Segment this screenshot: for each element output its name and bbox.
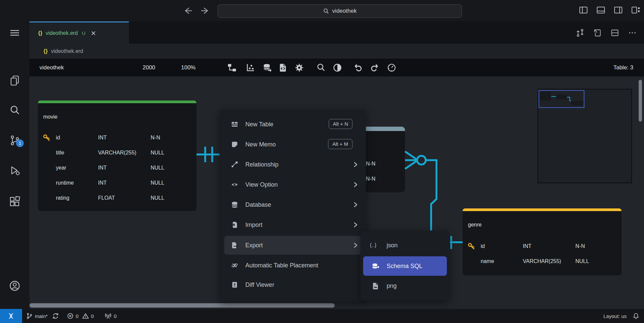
table-row[interactable]: title VARCHAR(255) NULL [38,145,196,160]
erd-toolbar: videothek 2000 100% [29,59,644,76]
tab-close-icon[interactable] [91,30,96,36]
minimap[interactable] [538,89,632,183]
table-accent-bar [463,208,622,211]
run-debug-icon[interactable] [9,165,21,177]
column-type: INT [523,239,532,254]
sync-changes[interactable] [52,313,59,319]
table-row[interactable]: id INT N-N [463,239,622,254]
account-icon[interactable] [9,280,21,292]
column-name: runtime [56,175,74,190]
table-row[interactable]: runtime INT NULL [38,175,196,190]
column-constraint: N-N [366,171,375,186]
open-changes-icon[interactable] [593,28,602,37]
toggle-primary-sidebar-icon[interactable] [578,5,588,15]
file-code-icon[interactable] [278,63,288,72]
erd-settings-gear-icon[interactable] [295,63,304,72]
menu-item-new-memo[interactable]: New Memo Alt + M [224,135,361,154]
column-name: year [56,160,66,175]
vscode-window: videothek 1 [0,0,644,323]
toggle-panel-icon[interactable] [596,5,606,15]
source-control-badge: 1 [16,139,24,147]
menu-item-automatic-table-placement[interactable]: Automatic Table Placement [224,256,361,275]
diagram-name[interactable]: videothek [39,59,64,76]
table-row[interactable]: name VARCHAR(255) NULL [463,254,622,269]
zoom-level-value[interactable]: 100% [181,59,195,76]
problems-errors[interactable]: 0 [67,313,78,319]
remote-indicator[interactable] [0,309,22,323]
menu-item-diff-viewer[interactable]: Diff Viewer [224,275,361,294]
compare-changes-icon[interactable] [576,28,584,37]
export-file-icon [231,242,238,249]
table-row[interactable]: id INT N-N [38,130,196,145]
database-visualization-icon[interactable] [263,63,272,72]
toggle-secondary-sidebar-icon[interactable] [613,5,623,15]
table-row[interactable]: rating FLOAT NULL [38,190,196,205]
column-constraint: NULL [151,175,164,190]
menu-item-relationship[interactable]: Relationship [224,155,361,174]
table-genre[interactable]: genre id INT N-N name VARCHAR(255) NULL [463,208,622,275]
canvas-size-value[interactable]: 2000 [143,59,155,76]
search-icon [323,8,329,14]
scatter-view-icon[interactable] [246,63,255,72]
menu-item-import[interactable]: Import [224,215,361,234]
column-type: INT [98,175,107,190]
redo-icon[interactable] [370,63,379,72]
column-constraint: NULL [151,145,164,160]
shortcut-badge: Alt + M [328,139,352,149]
table-row[interactable]: year INT NULL [38,160,196,175]
menu-item-database[interactable]: Database [224,195,361,214]
extensions-icon[interactable] [9,195,21,207]
layout-indicator[interactable]: Layout: us [603,313,627,319]
column-constraint: N-N [366,156,375,171]
schema-sql-database-icon [372,262,380,270]
table-title: genre [468,222,482,228]
table-accent-bar [38,101,196,103]
horizontal-scrollbar[interactable] [29,303,335,308]
back-arrow-icon[interactable] [183,5,194,16]
shortcut-badge: Alt + N [329,119,352,129]
explorer-icon[interactable] [9,74,21,86]
minimap-viewport[interactable] [539,90,584,108]
notifications-bell-icon[interactable] [633,313,639,319]
relationship-icon [231,161,238,168]
find-icon[interactable] [316,63,326,72]
column-type: FLOAT [98,190,115,205]
ports-forwarded[interactable]: 0 [104,313,116,319]
vertical-scrollbar[interactable] [639,80,642,122]
status-bar: main* 0 0 0 Layout: us [0,309,644,323]
atom-icon [231,262,238,269]
database-icon [231,201,238,208]
problems-warnings[interactable]: 0 [82,313,94,319]
submenu-chevron-icon [352,222,358,228]
json-file-icon: {} [44,48,48,54]
menu-item-export[interactable]: Export [224,236,361,255]
sync-icon [52,313,59,319]
menu-item-view-option[interactable]: View Option [224,175,361,194]
submenu-item-png[interactable]: png [363,276,447,296]
menu-hamburger-icon[interactable] [9,27,21,39]
more-actions-icon[interactable] [628,28,637,37]
erd-canvas[interactable]: N-N N-N movie id INT N-N title VARCHAR(2… [29,76,644,309]
breadcrumb-file[interactable]: videothek.erd [51,48,83,54]
relationship-draw-icon[interactable] [227,63,237,72]
table-movie[interactable]: movie id INT N-N title VARCHAR(255) NULL… [38,101,196,211]
history-timer-icon[interactable] [387,63,396,72]
split-editor-icon[interactable] [611,28,619,37]
submenu-item-schema-sql[interactable]: Schema SQL [363,256,447,276]
customize-layout-icon[interactable] [631,5,641,15]
context-menu: New Table Alt + N New Memo Alt + M Relat… [220,110,366,302]
column-name: name [481,254,494,269]
branch-status[interactable]: main* [26,313,48,319]
title-bar: videothek [0,0,644,21]
titlebar-layout-controls [578,5,641,15]
forward-arrow-icon[interactable] [199,5,210,16]
tab-videothek-erd[interactable]: {} videothek.erd U [29,21,129,44]
undo-icon[interactable] [353,63,363,72]
command-center-search[interactable]: videothek [218,4,462,18]
contrast-theme-icon[interactable] [333,63,342,72]
submenu-item-json[interactable]: {..} json [363,236,447,255]
menu-item-new-table[interactable]: New Table Alt + N [224,115,361,134]
search-sidebar-icon[interactable] [9,104,21,116]
column-name: id [56,130,60,145]
new-table-icon [231,121,238,128]
